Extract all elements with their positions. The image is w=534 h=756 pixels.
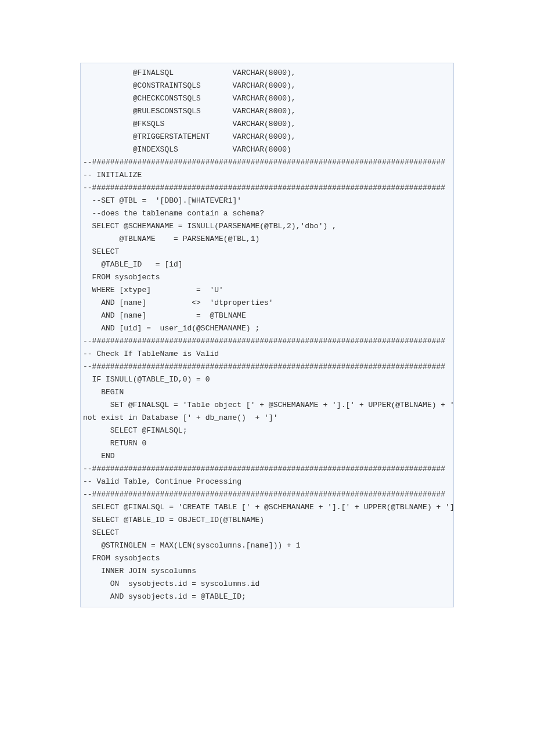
code-line: SELECT @FINALSQL = 'CREATE TABLE [' + @S… [81,501,453,514]
code-line: SET @FINALSQL = 'Table object [' + @SCHE… [81,399,453,412]
code-line: --######################################… [81,182,453,195]
code-line: --######################################… [81,156,453,169]
code-line: --######################################… [81,463,453,476]
code-line: RETURN 0 [81,437,453,450]
code-line: @TRIGGERSTATEMENT VARCHAR(8000), [81,131,453,143]
code-line: SELECT [81,527,453,539]
code-line: --######################################… [81,335,453,348]
code-line: @STRINGLEN = MAX(LEN(syscolumns.[name]))… [81,539,453,552]
code-line: AND sysobjects.id = @TABLE_ID; [81,591,453,603]
code-line: AND [name] <> 'dtproperties' [81,297,453,309]
code-line: -- Valid Table, Continue Processing [81,476,453,488]
code-line: BEGIN [81,386,453,399]
code-line: SELECT [81,246,453,258]
code-line: not exist in Database [' + db_name() + '… [81,412,453,424]
code-line: @CONSTRAINTSQLS VARCHAR(8000), [81,80,453,92]
code-line: AND [uid] = user_id(@SCHEMANAME) ; [81,322,453,335]
code-line: ON sysobjects.id = syscolumns.id [81,578,453,591]
page: @FINALSQL VARCHAR(8000), @CONSTRAINTSQLS… [0,0,534,654]
code-line: @INDEXSQLS VARCHAR(8000) [81,143,453,156]
code-line: WHERE [xtype] = 'U' [81,284,453,297]
code-line: @FKSQLS VARCHAR(8000), [81,118,453,131]
code-line: -- Check If TableName is Valid [81,348,453,361]
code-line: IF ISNULL(@TABLE_ID,0) = 0 [81,373,453,386]
code-line: --SET @TBL = '[DBO].[WHATEVER1]' [81,195,453,207]
code-line: --does the tablename contain a schema? [81,207,453,220]
code-line: FROM sysobjects [81,552,453,565]
code-line: -- INITIALIZE [81,169,453,182]
code-line: INNER JOIN syscolumns [81,565,453,578]
code-line: @RULESCONSTSQLS VARCHAR(8000), [81,105,453,118]
code-line: @TBLNAME = PARSENAME(@TBL,1) [81,233,453,246]
code-line: @FINALSQL VARCHAR(8000), [81,67,453,80]
code-line: @CHECKCONSTSQLS VARCHAR(8000), [81,92,453,105]
code-line: SELECT @FINALSQL; [81,424,453,437]
code-line: SELECT @TABLE_ID = OBJECT_ID(@TBLNAME) [81,514,453,527]
code-line: FROM sysobjects [81,271,453,284]
code-block: @FINALSQL VARCHAR(8000), @CONSTRAINTSQLS… [80,63,454,607]
code-line: SELECT @SCHEMANAME = ISNULL(PARSENAME(@T… [81,220,453,233]
code-line: AND [name] = @TBLNAME [81,309,453,322]
code-line: --######################################… [81,361,453,373]
code-line: --######################################… [81,488,453,501]
code-line: @TABLE_ID = [id] [81,258,453,271]
code-line: END [81,450,453,463]
